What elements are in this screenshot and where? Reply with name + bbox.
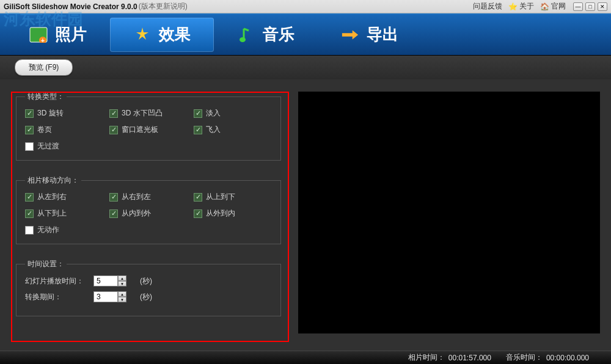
slide-time-label: 幻灯片播放时间： — [25, 276, 84, 286]
music-time-value: 00:00:00.000 — [546, 354, 589, 362]
home-icon: 🏠 — [540, 2, 549, 11]
slide-time-unit: (秒) — [140, 276, 152, 286]
checkbox-windowblind[interactable] — [109, 126, 118, 134]
settings-panel: 转换类型： 3D 旋转 3D 水下凹凸 淡入 卷页 窗口遮光板 飞入 无过渡 相… — [11, 92, 286, 344]
homepage-link[interactable]: 🏠官网 — [540, 1, 566, 12]
status-bar: 相片时间： 00:01:57.000 音乐时间： 00:00:00.000 — [0, 351, 611, 364]
trans-time-input[interactable] — [93, 291, 118, 302]
arrow-right-icon — [341, 26, 359, 44]
svg-point-4 — [240, 37, 246, 42]
maximize-button[interactable]: □ — [585, 2, 595, 11]
timing-legend: 时间设置： — [25, 259, 67, 269]
checkbox-nomove[interactable] — [25, 226, 34, 235]
star-icon: ⭐ — [508, 2, 518, 11]
checkbox-fadein[interactable] — [194, 109, 202, 118]
title-bar: GiliSoft Slideshow Movie Creator 9.0.0 (… — [0, 0, 611, 13]
transition-group: 转换类型： 3D 旋转 3D 水下凹凸 淡入 卷页 窗口遮光板 飞入 无过渡 — [16, 92, 281, 161]
nav-bar: + 照片 效果 音乐 导出 — [0, 13, 611, 55]
preview-area — [298, 92, 600, 333]
slide-time-up[interactable]: ▲ — [118, 275, 126, 281]
checkbox-o2i[interactable] — [194, 209, 202, 218]
photo-icon: + — [29, 26, 48, 44]
slide-time-down[interactable]: ▼ — [118, 281, 126, 286]
trans-time-label: 转换期间： — [25, 292, 84, 302]
photo-time-value: 00:01:57.000 — [448, 354, 491, 362]
timing-group: 时间设置： 幻灯片播放时间： ▲ ▼ (秒) 转换期间： ▲ — [16, 259, 281, 316]
checkbox-i2o[interactable] — [109, 209, 118, 218]
close-button[interactable]: ✕ — [598, 2, 607, 11]
slide-time-input[interactable] — [93, 275, 118, 286]
music-time-label: 音乐时间： — [506, 352, 543, 363]
about-link[interactable]: ⭐关于 — [508, 1, 534, 12]
app-title: GiliSoft Slideshow Movie Creator 9.0.0 — [4, 2, 137, 11]
trans-time-unit: (秒) — [140, 292, 152, 302]
app-subtitle[interactable]: (版本更新说明) — [139, 1, 188, 12]
toolbar: 预览 (F9) — [0, 55, 611, 79]
content-area: 转换类型： 3D 旋转 3D 水下凹凸 淡入 卷页 窗口遮光板 飞入 无过渡 相… — [0, 79, 611, 351]
feedback-link[interactable]: 问题反馈 — [473, 1, 502, 12]
svg-text:+: + — [41, 37, 45, 43]
photo-time-label: 相片时间： — [408, 352, 445, 363]
music-icon — [237, 26, 255, 44]
tab-music[interactable]: 音乐 — [214, 18, 318, 52]
tab-export[interactable]: 导出 — [318, 18, 422, 52]
checkbox-flyin[interactable] — [194, 126, 202, 134]
wand-icon — [133, 26, 152, 44]
svg-marker-3 — [136, 27, 148, 40]
tab-photo[interactable]: + 照片 — [6, 18, 110, 52]
checkbox-t2b[interactable] — [194, 193, 202, 202]
checkbox-r2l[interactable] — [109, 193, 118, 202]
transition-legend: 转换类型： — [25, 92, 67, 102]
checkbox-3d-rotate[interactable] — [25, 109, 34, 118]
checkbox-l2r[interactable] — [25, 193, 34, 202]
movement-group: 相片移动方向： 从左到右 从右到左 从上到下 从下到上 从内到外 从外到内 无动… — [16, 175, 281, 244]
tab-effect[interactable]: 效果 — [110, 18, 214, 52]
trans-time-up[interactable]: ▲ — [118, 291, 126, 297]
preview-button[interactable]: 预览 (F9) — [15, 59, 73, 76]
checkbox-pageturn[interactable] — [25, 126, 34, 134]
minimize-button[interactable]: — — [573, 2, 583, 11]
trans-time-down[interactable]: ▼ — [118, 297, 126, 302]
checkbox-3d-underwater[interactable] — [109, 109, 118, 118]
checkbox-b2t[interactable] — [25, 209, 34, 218]
checkbox-notransition[interactable] — [25, 142, 34, 151]
movement-legend: 相片移动方向： — [25, 175, 81, 186]
